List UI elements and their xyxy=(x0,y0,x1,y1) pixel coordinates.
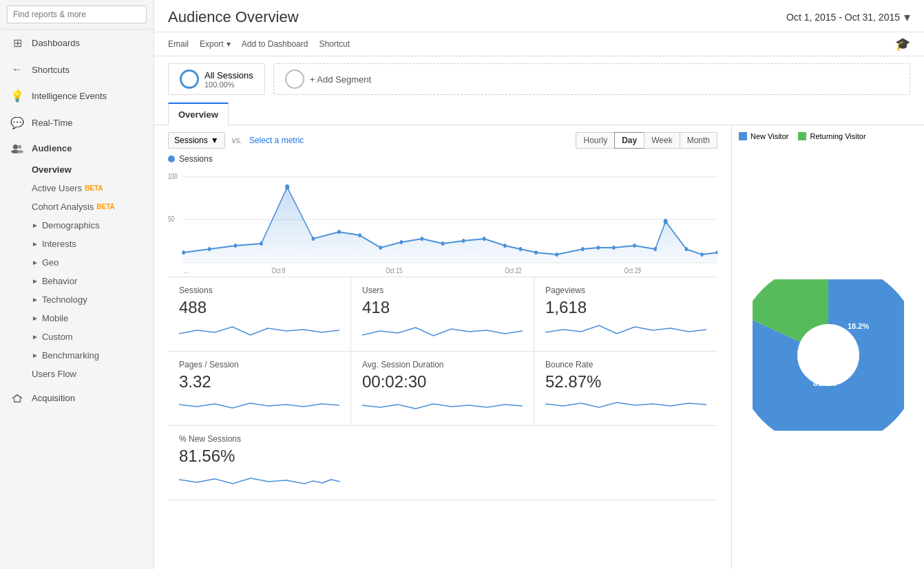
sidebar-item-dashboards[interactable]: ⊞ Dashboards xyxy=(0,30,154,56)
add-segment-circle xyxy=(285,69,304,89)
subnav-label: Technology xyxy=(42,294,87,305)
date-range-text: Oct 1, 2015 - Oct 31, 2015 xyxy=(786,12,900,23)
sidebar-item-intelligence[interactable]: 💡 Intelligence Events xyxy=(0,83,154,109)
audience-icon xyxy=(10,144,25,153)
beta-badge: BETA xyxy=(85,184,103,192)
arrow-icon: ► xyxy=(32,277,39,285)
subnav-item-overview[interactable]: Overview xyxy=(25,160,154,179)
subnav-item-benchmarking[interactable]: ► Benchmarking xyxy=(25,346,154,365)
returning-visitor-slice xyxy=(766,293,890,417)
tab-overview[interactable]: Overview xyxy=(168,103,229,125)
all-sessions-segment[interactable]: All Sessions 100.00% xyxy=(168,63,265,95)
tab-bar: Overview xyxy=(154,102,924,125)
segment-circle xyxy=(180,69,199,89)
svg-point-39 xyxy=(685,247,689,251)
subnav-label: Active Users xyxy=(32,183,82,193)
pie-chart-svg: 81.8% 18.2% xyxy=(753,279,904,431)
subnav-label: Cohort Analysis xyxy=(32,202,94,212)
time-btn-week[interactable]: Week xyxy=(644,132,679,149)
right-panel: New Visitor Returning Visitor xyxy=(731,125,924,569)
shortcut-button[interactable]: Shortcut xyxy=(319,39,350,49)
stat-label: Bounce Rate xyxy=(545,360,706,369)
stat-label: Users xyxy=(362,286,523,295)
subnav-item-mobile[interactable]: ► Mobile xyxy=(25,309,154,328)
subnav-item-geo[interactable]: ► Geo xyxy=(25,253,154,272)
returning-visitor-legend: Returning Visitor xyxy=(798,132,865,140)
subnav-label: Interests xyxy=(42,239,76,249)
sparkline xyxy=(362,394,523,415)
subnav-label: Benchmarking xyxy=(42,350,99,361)
add-dashboard-button[interactable]: Add to Dashboard xyxy=(242,39,308,49)
search-input[interactable] xyxy=(7,6,147,23)
page-title: Audience Overview xyxy=(168,8,299,26)
metric-dropdown[interactable]: Sessions ▼ xyxy=(168,132,225,149)
sparkline xyxy=(179,320,339,341)
svg-point-21 xyxy=(337,230,341,234)
subnav-item-users-flow[interactable]: Users Flow xyxy=(25,365,154,383)
subnav-item-custom[interactable]: ► Custom xyxy=(25,328,154,346)
stat-value: 1,618 xyxy=(545,298,706,317)
svg-point-36 xyxy=(633,244,636,248)
sidebar-item-label: Dashboards xyxy=(32,38,80,48)
stat-card-pages-session: Pages / Session 3.32 xyxy=(168,352,351,426)
sidebar-item-label: Audience xyxy=(32,143,72,153)
chart-controls: Sessions ▼ vs. Select a metric Hourly Da… xyxy=(168,132,717,149)
subnav-item-active-users[interactable]: Active Users BETA xyxy=(25,179,154,197)
svg-point-22 xyxy=(358,233,361,237)
add-segment-label: + Add Segment xyxy=(310,74,371,85)
pie-legend: New Visitor Returning Visitor xyxy=(739,132,917,140)
arrow-icon: ► xyxy=(32,314,39,322)
time-btn-hourly[interactable]: Hourly xyxy=(576,132,614,149)
sidebar-item-shortcuts[interactable]: ← Shortcuts xyxy=(0,56,154,83)
stat-label: % New Sessions xyxy=(179,434,340,444)
new-visitor-label: New Visitor xyxy=(750,132,788,140)
svg-point-19 xyxy=(285,184,289,190)
export-button[interactable]: Export ▾ xyxy=(200,39,231,49)
svg-point-17 xyxy=(234,244,238,248)
pie-chart: 81.8% 18.2% xyxy=(739,147,917,562)
select-metric-link[interactable]: Select a metric xyxy=(249,136,304,145)
search-box[interactable] xyxy=(0,0,154,30)
subnav-item-behavior[interactable]: ► Behavior xyxy=(25,272,154,290)
svg-point-20 xyxy=(312,237,315,241)
arrow-icon: ► xyxy=(32,222,39,229)
subnav-item-technology[interactable]: ► Technology xyxy=(25,290,154,309)
subnav-item-cohort[interactable]: Cohort Analysis BETA xyxy=(25,197,154,216)
add-segment-button[interactable]: + Add Segment xyxy=(273,63,910,95)
svg-point-24 xyxy=(400,240,403,244)
returning-visitor-pct-label: 18.2% xyxy=(848,322,869,330)
hat-icon: 🎓 xyxy=(895,36,910,52)
time-btn-day[interactable]: Day xyxy=(614,132,644,149)
svg-text:Oct 29: Oct 29 xyxy=(624,266,640,275)
sparkline xyxy=(362,320,523,341)
time-btn-month[interactable]: Month xyxy=(680,132,717,149)
sidebar-item-acquisition[interactable]: Acquisition xyxy=(0,386,154,410)
svg-point-18 xyxy=(260,241,263,246)
shortcuts-icon: ← xyxy=(10,63,25,76)
sidebar-item-audience[interactable]: Audience xyxy=(0,136,154,160)
new-sessions-row: % New Sessions 81.56% xyxy=(168,426,717,500)
svg-point-3 xyxy=(17,150,23,153)
realtime-icon: 💬 xyxy=(10,116,25,129)
stat-card-bounce-rate: Bounce Rate 52.87% xyxy=(534,352,717,426)
stat-value: 81.56% xyxy=(179,447,340,466)
dropdown-arrow-icon: ▼ xyxy=(211,136,219,145)
returning-visitor-color xyxy=(798,132,806,140)
subnav-item-demographics[interactable]: ► Demographics xyxy=(25,216,154,235)
svg-text:50: 50 xyxy=(168,215,175,223)
subnav-label: Overview xyxy=(32,164,72,175)
subnav-item-interests[interactable]: ► Interests xyxy=(25,235,154,253)
vs-label: vs. xyxy=(232,136,242,145)
email-button[interactable]: Email xyxy=(168,39,189,49)
svg-marker-14 xyxy=(184,187,717,263)
sparkline xyxy=(545,394,706,415)
sessions-chart: 100 50 Oct 8 Oct 15 Oct 22 Oct 29 ... xyxy=(168,167,717,277)
svg-text:Oct 22: Oct 22 xyxy=(505,266,521,275)
acquisition-icon xyxy=(10,394,25,403)
beta-badge: BETA xyxy=(96,203,114,211)
svg-text:Oct 15: Oct 15 xyxy=(386,266,402,275)
stat-card-pageviews: Pageviews 1,618 xyxy=(534,277,717,352)
subnav-label: Custom xyxy=(42,332,73,342)
sidebar-item-realtime[interactable]: 💬 Real-Time xyxy=(0,109,154,136)
date-range[interactable]: Oct 1, 2015 - Oct 31, 2015 ▾ xyxy=(786,10,910,25)
